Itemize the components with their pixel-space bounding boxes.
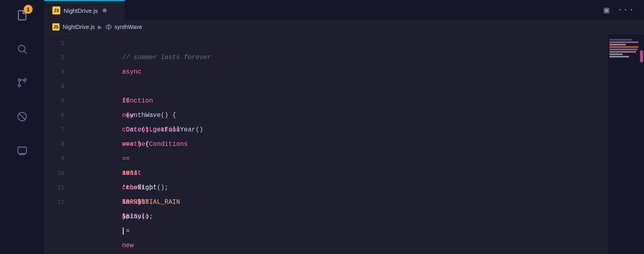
code-line-1: 1 // summer lasts forever [44, 36, 608, 50]
minimap-line [609, 49, 638, 50]
svg-line-6 [19, 113, 25, 120]
line-content-12: } [72, 195, 608, 238]
tab-file-icon: JS [52, 6, 60, 14]
breadcrumb-scope[interactable]: synthWave [105, 24, 142, 30]
minimap-line [609, 53, 623, 55]
line-number-3: 3 [44, 65, 72, 80]
code-line-8: 8 await theNight(); [44, 137, 608, 152]
search-activity-icon[interactable] [11, 38, 33, 60]
line-number-8: 8 [44, 137, 72, 152]
main-editor: JS NightDrive.js ▣ ··· JS NightDrive.js … [44, 0, 644, 254]
activity-bar: 1 [0, 0, 44, 254]
scope-icon [105, 24, 112, 30]
breadcrumb-scope-name: synthWave [114, 24, 142, 30]
breadcrumb-separator: ▶ [98, 24, 102, 30]
layout-icon[interactable]: ▣ [604, 5, 609, 16]
line-number-1: 1 [44, 36, 72, 51]
code-line-10: 10 SaxSolo .play(); [44, 166, 608, 180]
scrollbar-thumb[interactable] [640, 50, 643, 62]
remote-activity-icon[interactable] [11, 139, 33, 162]
minimap-line [609, 41, 639, 43]
line-number-7: 7 [44, 123, 72, 137]
more-options-icon[interactable]: ··· [617, 5, 634, 15]
line-number-5: 5 [44, 94, 72, 109]
active-tab[interactable]: JS NightDrive.js [44, 0, 125, 20]
line-number-2: 2 [44, 51, 72, 65]
source-control-activity-icon[interactable] [11, 72, 33, 94]
files-icon[interactable]: 1 [11, 4, 33, 27]
close-brace-outer: } [122, 213, 126, 220]
code-line-3: 3 if ( [44, 65, 608, 79]
minimap-line [609, 39, 632, 41]
line-number-12: 12 [44, 195, 72, 210]
line-number-4: 4 [44, 80, 72, 94]
svg-point-0 [19, 45, 25, 52]
line-number-11: 11 [44, 181, 72, 195]
tab-filename: NightDrive.js [64, 7, 98, 14]
editor-content: 1 // summer lasts forever 2 async functi… [44, 34, 644, 254]
code-line-11: 11 } [44, 180, 608, 195]
code-line-4: 4 new Date().getFullYear() === 1984 && [44, 79, 608, 94]
minimap-line [609, 46, 641, 48]
svg-line-1 [24, 51, 27, 53]
code-line-2: 2 async function synthWave() { [44, 50, 608, 65]
code-line-12: 12 } [44, 195, 608, 209]
svg-point-2 [18, 79, 21, 81]
breadcrumb: JS NightDrive.js ▶ synthWave [44, 20, 644, 34]
minimap-line [609, 51, 636, 53]
tab-unsaved-dot [103, 8, 107, 12]
svg-point-4 [18, 84, 21, 87]
minimap-line [609, 44, 626, 45]
svg-rect-7 [18, 147, 27, 154]
scrollbar-track[interactable] [638, 34, 644, 254]
code-line-7: 7 ) { [44, 123, 608, 137]
tab-bar: JS NightDrive.js ▣ ··· [44, 0, 644, 20]
line-number-10: 10 [44, 166, 72, 181]
code-line-5: 5 currentLocation == 'rooftop' && [44, 94, 608, 108]
code-lines: 1 // summer lasts forever 2 async functi… [44, 34, 608, 209]
extensions-disabled-activity-icon[interactable] [11, 105, 33, 128]
line-number-9: 9 [44, 152, 72, 166]
code-editor[interactable]: 1 // summer lasts forever 2 async functi… [44, 34, 608, 254]
code-line-6: 6 weatherConditions == TORRENTIAL_RAIN [44, 108, 608, 123]
breadcrumb-file-icon: JS [52, 23, 60, 31]
line-number-6: 6 [44, 109, 72, 123]
breadcrumb-filename[interactable]: NightDrive.js [63, 24, 95, 30]
badge-count: 1 [24, 5, 33, 14]
code-line-9: 9 const SaxSolo = new Saxophone(); [44, 152, 608, 166]
minimap-line [609, 56, 629, 57]
